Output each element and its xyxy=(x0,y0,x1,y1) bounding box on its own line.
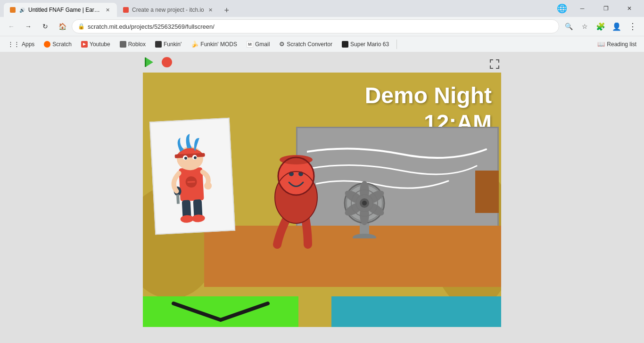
title-bar: 🔊 Untitled FNAF Game | Early A... ✕ Crea… xyxy=(0,0,644,17)
nav-bar: ← → ↻ 🏠 🔒 scratch.mit.edu/projects/52563… xyxy=(0,17,644,36)
bookmark-star-icon[interactable]: ☆ xyxy=(577,19,592,34)
teal-bar xyxy=(331,296,501,327)
address-bar[interactable]: 🔒 scratch.mit.edu/projects/525632569/ful… xyxy=(72,19,559,33)
game-canvas: Demo Night 12:AM xyxy=(143,73,501,327)
funkin-mods-label: Funkin' MODS xyxy=(200,41,237,48)
bookmark-funkin[interactable]: Funkin' xyxy=(151,40,185,49)
red-stop-button[interactable] xyxy=(162,57,172,67)
profile-icon[interactable]: 🌐 xyxy=(554,1,570,16)
reading-list-label: Reading list xyxy=(607,41,636,48)
scratch-controls-row xyxy=(143,56,501,73)
chevron-arrow xyxy=(169,299,272,325)
minimize-button[interactable]: ─ xyxy=(571,1,593,16)
game-title-line1: Demo Night xyxy=(365,82,492,109)
wind-lines xyxy=(307,142,495,199)
youtube-icon: ▶ xyxy=(81,41,88,48)
bookmark-gmail[interactable]: M Gmail xyxy=(243,40,273,49)
mario-icon xyxy=(342,41,348,48)
roblox-icon xyxy=(120,41,126,48)
tab-favicon-1 xyxy=(9,7,16,13)
red-character xyxy=(265,146,327,249)
audio-icon: 🔊 xyxy=(19,7,25,13)
close-button[interactable]: ✕ xyxy=(619,1,640,16)
svg-line-4 xyxy=(188,182,195,182)
bookmark-super-mario[interactable]: Super Mario 63 xyxy=(338,40,393,49)
desk-leg-right xyxy=(475,171,499,213)
profile-avatar[interactable]: 👤 xyxy=(609,19,624,34)
bookmarks-bar: ⋮⋮ Apps Scratch ▶ Youtube Roblox Funkin'… xyxy=(0,36,644,52)
svg-rect-1 xyxy=(145,57,146,67)
desk-fan xyxy=(341,177,388,238)
tab1-title: Untitled FNAF Game | Early A... xyxy=(28,7,101,13)
tab2-close-button[interactable]: ✕ xyxy=(207,6,215,14)
tab-active[interactable]: 🔊 Untitled FNAF Game | Early A... ✕ xyxy=(4,3,117,17)
tab1-close-button[interactable]: ✕ xyxy=(104,6,111,14)
fan-svg xyxy=(341,177,388,238)
bookmark-scratch-convertor[interactable]: ⚙ Scratch Convertor xyxy=(275,39,336,49)
apps-icon: ⋮⋮ xyxy=(8,41,20,48)
svg-marker-0 xyxy=(146,57,153,67)
scratch-favicon xyxy=(44,41,50,48)
window-controls: 🌐 ─ ❐ ✕ xyxy=(554,1,640,16)
maximize-button[interactable]: ❐ xyxy=(595,1,617,16)
green-bar xyxy=(143,296,298,327)
svg-point-26 xyxy=(353,234,376,238)
reading-list-button[interactable]: 📖 Reading list xyxy=(594,39,640,49)
tab2-title: Create a new project - itch.io xyxy=(132,7,204,13)
funkin-icon xyxy=(155,41,162,48)
mario-label: Super Mario 63 xyxy=(350,41,389,48)
scratch-area: Demo Night 12:AM xyxy=(0,52,644,343)
tab-inactive[interactable]: Create a new project - itch.io ✕ xyxy=(117,3,220,17)
menu-icon[interactable]: ⋮ xyxy=(625,19,640,34)
separator xyxy=(396,40,397,49)
back-button[interactable]: ← xyxy=(4,19,19,34)
apps-label: Apps xyxy=(22,41,34,48)
character-poster xyxy=(149,118,235,235)
bookmark-apps[interactable]: ⋮⋮ Apps xyxy=(4,39,38,49)
bookmark-scratch[interactable]: Scratch xyxy=(40,40,75,49)
red-blob-svg xyxy=(265,146,327,249)
home-button[interactable]: 🏠 xyxy=(55,19,70,34)
url-text: scratch.mit.edu/projects/525632569/fulls… xyxy=(88,23,553,30)
svg-point-17 xyxy=(191,214,205,222)
funkin-label: Funkin' xyxy=(164,41,182,48)
svg-rect-12 xyxy=(176,195,180,204)
game-scene: Demo Night 12:AM xyxy=(143,73,501,327)
scratch-label: Scratch xyxy=(52,41,72,48)
gmail-label: Gmail xyxy=(255,41,270,48)
search-icon[interactable]: 🔍 xyxy=(561,19,576,34)
reading-list-icon: 📖 xyxy=(597,41,605,48)
svg-point-20 xyxy=(280,155,313,164)
bookmark-youtube[interactable]: ▶ Youtube xyxy=(77,40,114,49)
svg-point-36 xyxy=(362,201,367,205)
svg-point-13 xyxy=(204,182,212,190)
lock-icon: 🔒 xyxy=(78,23,85,30)
tab-favicon-2 xyxy=(123,7,129,13)
scratch-conv-icon: ⚙ xyxy=(279,41,285,48)
new-tab-button[interactable]: + xyxy=(220,4,233,17)
extensions-icon[interactable]: 🧩 xyxy=(593,19,608,34)
forward-button[interactable]: → xyxy=(21,19,36,34)
fullscreen-button[interactable] xyxy=(488,57,501,71)
bookmark-roblox[interactable]: Roblox xyxy=(116,40,149,49)
youtube-label: Youtube xyxy=(90,41,110,48)
refresh-button[interactable]: ↻ xyxy=(38,19,53,34)
bookmark-funkin-mods[interactable]: 🍌 Funkin' MODS xyxy=(187,39,241,49)
funkin-mods-icon: 🍌 xyxy=(191,41,198,48)
gmail-icon: M xyxy=(247,41,253,48)
scratch-convertor-label: Scratch Convertor xyxy=(287,41,332,48)
nav-right-icons: 🔍 ☆ 🧩 👤 ⋮ xyxy=(561,19,640,34)
tab-group: 🔊 Untitled FNAF Game | Early A... ✕ Crea… xyxy=(4,0,553,17)
roblox-label: Roblox xyxy=(128,41,146,48)
green-flag-button[interactable] xyxy=(143,56,156,69)
scratch-controls xyxy=(143,56,172,69)
